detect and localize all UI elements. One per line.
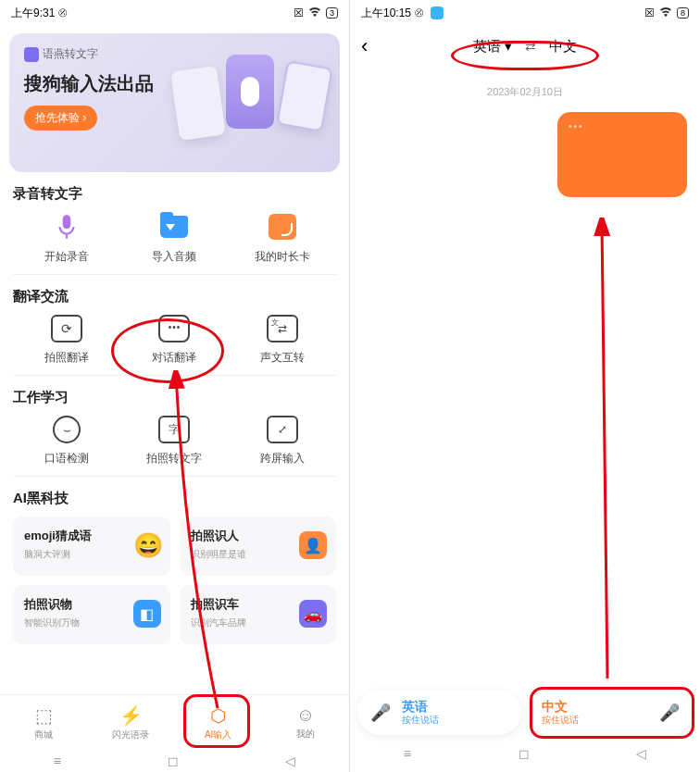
car-icon: 🚗 [299, 600, 327, 628]
message-bubble[interactable] [557, 112, 687, 197]
mic-icon: 🎤 [659, 703, 680, 723]
section-title: 录音转文字 [13, 185, 336, 203]
back-icon[interactable]: ◁ [636, 746, 646, 761]
chat-icon [158, 315, 190, 342]
chat-area: 2023年02月10日 [350, 67, 700, 206]
status-bar: 上午9:31 ⦼ ☒ 3 [0, 0, 349, 26]
battery-icon: 8 [677, 7, 689, 19]
talk-buttons-row: 🎤 英语 按住说话 中文 按住说话 🎤 [350, 690, 700, 735]
section-title: 翻译交流 [13, 288, 336, 305]
recent-icon[interactable]: ≡ [54, 753, 61, 768]
language-switcher[interactable]: 英语 ▾ ⇄ 中文 [473, 38, 577, 56]
smile-icon [53, 416, 81, 443]
section-title: AI黑科技 [13, 490, 336, 507]
status-time: 上午10:15 [361, 6, 411, 21]
section-ai: AI黑科技 emoji猜成语 脑洞大评测 😄 拍照识人 识别明星是谁 👤 拍照识… [0, 490, 349, 644]
item-cross-screen[interactable]: 跨屏输入 [229, 416, 336, 467]
item-oral-test[interactable]: 口语检测 [13, 416, 120, 467]
dnd-icon: ⦼ [415, 6, 423, 19]
status-time: 上午9:31 [11, 6, 55, 21]
ai-icon: ⬡ [210, 704, 226, 727]
swap-icon[interactable]: ⇄ [525, 39, 536, 54]
emoji-icon: 😄 [133, 531, 161, 559]
item-photo-to-text[interactable]: 拍照转文字 [120, 416, 228, 467]
flash-icon: ⚡ [119, 704, 143, 727]
wifi-icon [307, 6, 322, 20]
app-indicator-icon [431, 6, 444, 19]
mic-icon [52, 212, 81, 242]
cube-icon: ◧ [133, 600, 161, 628]
card-photo-object[interactable]: 拍照识物 智能识别万物 ◧ [13, 585, 170, 644]
banner-tag-icon [24, 47, 39, 62]
talk-button-chinese[interactable]: 中文 按住说话 🎤 [529, 690, 693, 735]
battery-icon: 3 [326, 7, 338, 19]
banner-tag: 语燕转文字 [24, 46, 98, 62]
person-icon: 👤 [299, 531, 327, 559]
card-icon: ☒ [644, 6, 655, 19]
screen-icon [267, 416, 298, 443]
android-nav: ≡ ◻ ◁ [350, 742, 700, 765]
bag-icon: ⬚ [35, 704, 53, 727]
item-dialog-translate[interactable]: 对话翻译 [120, 315, 228, 366]
home-icon[interactable]: ◻ [519, 746, 530, 761]
phone-right: 上午10:15 ⦼ ☒ 8 ‹ 英语 ▾ ⇄ 中文 2023年02月10日 🎤 … [350, 0, 700, 772]
dnd-icon: ⦼ [58, 6, 67, 19]
talk-button-english[interactable]: 🎤 英语 按住说话 [357, 690, 521, 735]
wifi-icon [658, 6, 673, 20]
card-icon [268, 212, 297, 242]
section-translate: 翻译交流 拍照翻译 对话翻译 声文互转 [0, 288, 349, 376]
annotation-arrow-up-right [591, 218, 619, 680]
user-icon: ☺ [296, 704, 315, 726]
status-bar: 上午10:15 ⦼ ☒ 8 [350, 0, 700, 26]
mic-icon: 🎤 [370, 703, 391, 723]
tab-mall[interactable]: ⬚ 商城 [0, 695, 87, 750]
item-photo-translate[interactable]: 拍照翻译 [13, 315, 120, 366]
tab-mine[interactable]: ☺ 我的 [262, 695, 349, 750]
card-emoji-idiom[interactable]: emoji猜成语 脑洞大评测 😄 [13, 517, 170, 576]
card-icon: ☒ [294, 6, 304, 19]
banner-illustration [175, 50, 332, 161]
item-time-card[interactable]: 我的时长卡 [229, 212, 336, 265]
promo-banner[interactable]: 语燕转文字 搜狗输入法出品 抢先体验 › [9, 33, 340, 172]
card-photo-person[interactable]: 拍照识人 识别明星是谁 👤 [180, 517, 337, 576]
tab-ai-input[interactable]: ⬡ AI输入 [175, 695, 262, 750]
item-start-record[interactable]: 开始录音 [13, 212, 120, 265]
back-icon[interactable]: ◁ [285, 753, 295, 768]
translate-header: ‹ 英语 ▾ ⇄ 中文 [350, 26, 700, 67]
item-voice-text-swap[interactable]: 声文互转 [229, 315, 336, 366]
home-icon[interactable]: ◻ [168, 753, 179, 768]
lang-to[interactable]: 中文 [549, 38, 577, 56]
text-icon [158, 416, 190, 443]
lang-from[interactable]: 英语 ▾ [473, 38, 512, 56]
card-photo-car[interactable]: 拍照识车 识别汽车品牌 🚗 [180, 585, 337, 644]
android-nav: ≡ ◻ ◁ [0, 750, 349, 772]
section-record: 录音转文字 开始录音 导入音频 我的时长卡 [0, 185, 349, 275]
svg-rect-0 [63, 215, 71, 229]
section-title: 工作学习 [13, 389, 336, 406]
item-import-audio[interactable]: 导入音频 [120, 212, 228, 265]
swap-icon [267, 315, 298, 342]
section-work: 工作学习 口语检测 拍照转文字 跨屏输入 [0, 389, 349, 477]
camera-refresh-icon [51, 315, 82, 342]
phone-left: 上午9:31 ⦼ ☒ 3 语燕转文字 搜狗输入法出品 抢先体验 › 录音转文字 [0, 0, 350, 772]
back-button[interactable]: ‹ [361, 34, 368, 58]
recent-icon[interactable]: ≡ [404, 746, 411, 761]
banner-cta-button[interactable]: 抢先体验 › [24, 106, 97, 131]
folder-icon [159, 212, 189, 242]
bottom-tabbar: ⬚ 商城 ⚡ 闪光语录 ⬡ AI输入 ☺ 我的 [0, 694, 349, 750]
date-label: 2023年02月10日 [363, 85, 687, 99]
tab-flash[interactable]: ⚡ 闪光语录 [87, 695, 174, 750]
